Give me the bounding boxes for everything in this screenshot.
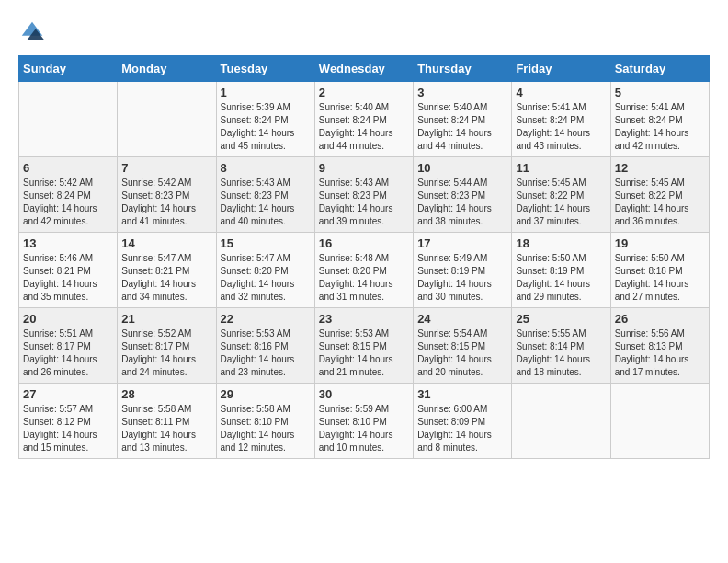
day-info: Sunrise: 5:39 AMSunset: 8:24 PMDaylight:… xyxy=(221,101,311,153)
day-number: 26 xyxy=(615,312,705,326)
day-info: Sunrise: 5:43 AMSunset: 8:23 PMDaylight:… xyxy=(221,177,311,228)
day-info: Sunrise: 5:55 AMSunset: 8:14 PMDaylight:… xyxy=(516,327,606,379)
day-info: Sunrise: 5:40 AMSunset: 8:24 PMDaylight:… xyxy=(417,101,507,153)
calendar-cell xyxy=(512,384,610,459)
calendar-cell: 24Sunrise: 5:54 AMSunset: 8:15 PMDayligh… xyxy=(414,308,512,384)
day-info: Sunrise: 5:59 AMSunset: 8:10 PMDaylight:… xyxy=(319,403,409,454)
day-number: 25 xyxy=(516,312,606,326)
calendar-cell: 6Sunrise: 5:42 AMSunset: 8:24 PMDaylight… xyxy=(19,157,118,233)
day-number: 13 xyxy=(23,236,113,250)
day-number: 18 xyxy=(516,236,606,250)
calendar-cell: 8Sunrise: 5:43 AMSunset: 8:23 PMDaylight… xyxy=(216,157,314,233)
day-number: 28 xyxy=(121,387,211,401)
calendar-cell: 30Sunrise: 5:59 AMSunset: 8:10 PMDayligh… xyxy=(314,384,413,459)
day-number: 7 xyxy=(121,161,211,175)
day-info: Sunrise: 5:41 AMSunset: 8:24 PMDaylight:… xyxy=(615,101,705,153)
calendar-cell xyxy=(610,384,709,459)
day-number: 27 xyxy=(23,387,113,401)
weekday-header: Wednesday xyxy=(314,56,413,82)
calendar-cell: 25Sunrise: 5:55 AMSunset: 8:14 PMDayligh… xyxy=(512,308,610,384)
logo xyxy=(18,18,50,46)
calendar-cell: 9Sunrise: 5:43 AMSunset: 8:23 PMDaylight… xyxy=(314,157,413,233)
calendar-cell: 1Sunrise: 5:39 AMSunset: 8:24 PMDaylight… xyxy=(216,82,314,157)
day-info: Sunrise: 5:47 AMSunset: 8:20 PMDaylight:… xyxy=(221,252,311,304)
calendar-cell: 19Sunrise: 5:50 AMSunset: 8:18 PMDayligh… xyxy=(610,233,709,308)
calendar-cell: 16Sunrise: 5:48 AMSunset: 8:20 PMDayligh… xyxy=(314,233,413,308)
day-number: 16 xyxy=(319,236,409,250)
day-info: Sunrise: 5:58 AMSunset: 8:10 PMDaylight:… xyxy=(221,403,311,454)
logo-icon xyxy=(18,18,46,46)
day-info: Sunrise: 5:42 AMSunset: 8:24 PMDaylight:… xyxy=(23,177,113,228)
day-number: 12 xyxy=(615,161,705,175)
calendar-cell: 13Sunrise: 5:46 AMSunset: 8:21 PMDayligh… xyxy=(19,233,118,308)
day-number: 10 xyxy=(417,161,507,175)
day-info: Sunrise: 6:00 AMSunset: 8:09 PMDaylight:… xyxy=(417,403,507,454)
day-number: 9 xyxy=(319,161,409,175)
day-info: Sunrise: 5:58 AMSunset: 8:11 PMDaylight:… xyxy=(121,403,211,454)
day-number: 11 xyxy=(516,161,606,175)
day-number: 8 xyxy=(221,161,311,175)
calendar-cell: 18Sunrise: 5:50 AMSunset: 8:19 PMDayligh… xyxy=(512,233,610,308)
day-number: 24 xyxy=(417,312,507,326)
day-info: Sunrise: 5:49 AMSunset: 8:19 PMDaylight:… xyxy=(417,252,507,304)
day-info: Sunrise: 5:57 AMSunset: 8:12 PMDaylight:… xyxy=(23,403,113,454)
calendar-cell: 28Sunrise: 5:58 AMSunset: 8:11 PMDayligh… xyxy=(118,384,216,459)
day-info: Sunrise: 5:42 AMSunset: 8:23 PMDaylight:… xyxy=(121,177,211,228)
day-number: 6 xyxy=(23,161,113,175)
calendar-week-row: 6Sunrise: 5:42 AMSunset: 8:24 PMDaylight… xyxy=(19,157,710,233)
day-info: Sunrise: 5:48 AMSunset: 8:20 PMDaylight:… xyxy=(319,252,409,304)
calendar-cell: 14Sunrise: 5:47 AMSunset: 8:21 PMDayligh… xyxy=(118,233,216,308)
calendar-cell: 3Sunrise: 5:40 AMSunset: 8:24 PMDaylight… xyxy=(414,82,512,157)
day-number: 31 xyxy=(417,387,507,401)
calendar-cell: 7Sunrise: 5:42 AMSunset: 8:23 PMDaylight… xyxy=(118,157,216,233)
day-info: Sunrise: 5:46 AMSunset: 8:21 PMDaylight:… xyxy=(23,252,113,304)
calendar-cell: 29Sunrise: 5:58 AMSunset: 8:10 PMDayligh… xyxy=(216,384,314,459)
day-info: Sunrise: 5:47 AMSunset: 8:21 PMDaylight:… xyxy=(121,252,211,304)
day-info: Sunrise: 5:51 AMSunset: 8:17 PMDaylight:… xyxy=(23,327,113,379)
day-number: 15 xyxy=(221,236,311,250)
calendar-cell: 10Sunrise: 5:44 AMSunset: 8:23 PMDayligh… xyxy=(414,157,512,233)
day-info: Sunrise: 5:45 AMSunset: 8:22 PMDaylight:… xyxy=(516,177,606,228)
calendar-cell: 17Sunrise: 5:49 AMSunset: 8:19 PMDayligh… xyxy=(414,233,512,308)
weekday-header: Monday xyxy=(118,56,216,82)
weekday-header: Thursday xyxy=(414,56,512,82)
day-info: Sunrise: 5:44 AMSunset: 8:23 PMDaylight:… xyxy=(417,177,507,228)
day-number: 20 xyxy=(23,312,113,326)
day-number: 29 xyxy=(221,387,311,401)
weekday-header: Sunday xyxy=(19,56,118,82)
weekday-header: Tuesday xyxy=(216,56,314,82)
day-number: 17 xyxy=(417,236,507,250)
calendar-cell: 20Sunrise: 5:51 AMSunset: 8:17 PMDayligh… xyxy=(19,308,118,384)
calendar-cell xyxy=(118,82,216,157)
calendar-cell: 27Sunrise: 5:57 AMSunset: 8:12 PMDayligh… xyxy=(19,384,118,459)
calendar-header-row: SundayMondayTuesdayWednesdayThursdayFrid… xyxy=(19,56,710,82)
day-info: Sunrise: 5:53 AMSunset: 8:16 PMDaylight:… xyxy=(221,327,311,379)
day-info: Sunrise: 5:52 AMSunset: 8:17 PMDaylight:… xyxy=(121,327,211,379)
weekday-header: Friday xyxy=(512,56,610,82)
weekday-header: Saturday xyxy=(610,56,709,82)
day-number: 3 xyxy=(417,86,507,99)
calendar-week-row: 1Sunrise: 5:39 AMSunset: 8:24 PMDaylight… xyxy=(19,82,710,157)
calendar-cell: 26Sunrise: 5:56 AMSunset: 8:13 PMDayligh… xyxy=(610,308,709,384)
day-number: 23 xyxy=(319,312,409,326)
day-number: 19 xyxy=(615,236,705,250)
day-info: Sunrise: 5:56 AMSunset: 8:13 PMDaylight:… xyxy=(615,327,705,379)
calendar-cell: 11Sunrise: 5:45 AMSunset: 8:22 PMDayligh… xyxy=(512,157,610,233)
calendar-cell: 2Sunrise: 5:40 AMSunset: 8:24 PMDaylight… xyxy=(314,82,413,157)
day-number: 30 xyxy=(319,387,409,401)
day-info: Sunrise: 5:50 AMSunset: 8:19 PMDaylight:… xyxy=(516,252,606,304)
day-info: Sunrise: 5:53 AMSunset: 8:15 PMDaylight:… xyxy=(319,327,409,379)
day-info: Sunrise: 5:45 AMSunset: 8:22 PMDaylight:… xyxy=(615,177,705,228)
calendar-week-row: 13Sunrise: 5:46 AMSunset: 8:21 PMDayligh… xyxy=(19,233,710,308)
calendar-cell: 15Sunrise: 5:47 AMSunset: 8:20 PMDayligh… xyxy=(216,233,314,308)
day-info: Sunrise: 5:41 AMSunset: 8:24 PMDaylight:… xyxy=(516,101,606,153)
day-number: 1 xyxy=(221,86,311,99)
calendar-cell xyxy=(19,82,118,157)
calendar-cell: 23Sunrise: 5:53 AMSunset: 8:15 PMDayligh… xyxy=(314,308,413,384)
day-number: 14 xyxy=(121,236,211,250)
day-number: 2 xyxy=(319,86,409,99)
day-number: 21 xyxy=(121,312,211,326)
day-info: Sunrise: 5:43 AMSunset: 8:23 PMDaylight:… xyxy=(319,177,409,228)
day-info: Sunrise: 5:40 AMSunset: 8:24 PMDaylight:… xyxy=(319,101,409,153)
day-info: Sunrise: 5:50 AMSunset: 8:18 PMDaylight:… xyxy=(615,252,705,304)
